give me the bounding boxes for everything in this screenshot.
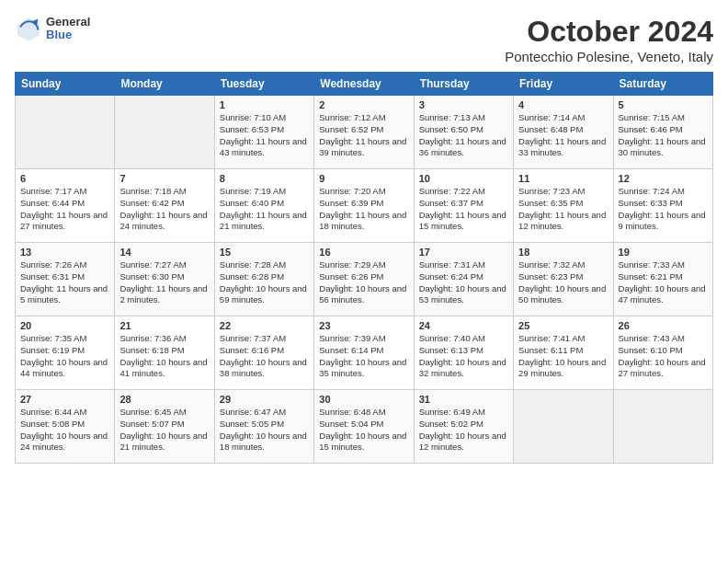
page-header: General Blue October 2024 Pontecchio Pol… bbox=[15, 15, 713, 64]
day-number: 15 bbox=[220, 247, 309, 258]
day-number: 7 bbox=[119, 173, 209, 184]
header-day-monday: Monday bbox=[115, 73, 214, 96]
day-info: Sunrise: 6:45 AM Sunset: 5:07 PM Dayligh… bbox=[119, 407, 209, 454]
logo-blue: Blue bbox=[46, 29, 90, 41]
day-number: 21 bbox=[119, 320, 209, 331]
day-number: 4 bbox=[518, 99, 608, 110]
month-title: October 2024 bbox=[505, 15, 713, 49]
day-info: Sunrise: 7:24 AM Sunset: 6:33 PM Dayligh… bbox=[619, 186, 708, 233]
day-number: 1 bbox=[220, 99, 309, 110]
day-number: 19 bbox=[619, 247, 708, 258]
day-cell: 23Sunrise: 7:39 AM Sunset: 6:14 PM Dayli… bbox=[314, 316, 414, 390]
day-number: 5 bbox=[619, 99, 708, 110]
day-number: 6 bbox=[20, 173, 109, 184]
day-number: 3 bbox=[419, 99, 508, 110]
day-cell: 18Sunrise: 7:32 AM Sunset: 6:23 PM Dayli… bbox=[514, 243, 613, 316]
day-cell: 29Sunrise: 6:47 AM Sunset: 5:05 PM Dayli… bbox=[214, 390, 313, 464]
header-day-wednesday: Wednesday bbox=[314, 73, 414, 96]
day-cell: 21Sunrise: 7:36 AM Sunset: 6:18 PM Dayli… bbox=[115, 316, 214, 390]
day-number: 8 bbox=[220, 173, 309, 184]
day-cell: 17Sunrise: 7:31 AM Sunset: 6:24 PM Dayli… bbox=[414, 243, 513, 316]
day-info: Sunrise: 7:14 AM Sunset: 6:48 PM Dayligh… bbox=[518, 112, 608, 159]
day-cell: 26Sunrise: 7:43 AM Sunset: 6:10 PM Dayli… bbox=[613, 316, 712, 390]
day-info: Sunrise: 6:48 AM Sunset: 5:04 PM Dayligh… bbox=[319, 407, 408, 454]
day-cell: 7Sunrise: 7:18 AM Sunset: 6:42 PM Daylig… bbox=[115, 169, 214, 243]
day-cell: 4Sunrise: 7:14 AM Sunset: 6:48 PM Daylig… bbox=[514, 96, 613, 169]
day-number: 17 bbox=[419, 247, 508, 258]
day-cell bbox=[613, 390, 712, 464]
day-info: Sunrise: 6:49 AM Sunset: 5:02 PM Dayligh… bbox=[419, 407, 508, 454]
day-number: 2 bbox=[319, 99, 408, 110]
day-cell: 6Sunrise: 7:17 AM Sunset: 6:44 PM Daylig… bbox=[16, 169, 115, 243]
day-cell: 11Sunrise: 7:23 AM Sunset: 6:35 PM Dayli… bbox=[514, 169, 613, 243]
day-cell: 1Sunrise: 7:10 AM Sunset: 6:53 PM Daylig… bbox=[214, 96, 313, 169]
day-info: Sunrise: 7:17 AM Sunset: 6:44 PM Dayligh… bbox=[20, 186, 109, 233]
day-number: 26 bbox=[619, 320, 708, 331]
day-cell: 20Sunrise: 7:35 AM Sunset: 6:19 PM Dayli… bbox=[16, 316, 115, 390]
day-number: 18 bbox=[518, 247, 608, 258]
day-number: 28 bbox=[119, 394, 209, 405]
day-cell: 3Sunrise: 7:13 AM Sunset: 6:50 PM Daylig… bbox=[414, 96, 513, 169]
day-cell: 14Sunrise: 7:27 AM Sunset: 6:30 PM Dayli… bbox=[115, 243, 214, 316]
day-info: Sunrise: 6:44 AM Sunset: 5:08 PM Dayligh… bbox=[20, 407, 109, 454]
day-cell: 28Sunrise: 6:45 AM Sunset: 5:07 PM Dayli… bbox=[115, 390, 214, 464]
day-number: 9 bbox=[319, 173, 408, 184]
day-cell: 15Sunrise: 7:28 AM Sunset: 6:28 PM Dayli… bbox=[214, 243, 313, 316]
day-info: Sunrise: 7:23 AM Sunset: 6:35 PM Dayligh… bbox=[518, 186, 608, 233]
day-info: Sunrise: 6:47 AM Sunset: 5:05 PM Dayligh… bbox=[220, 407, 309, 454]
day-cell: 22Sunrise: 7:37 AM Sunset: 6:16 PM Dayli… bbox=[214, 316, 313, 390]
day-number: 23 bbox=[319, 320, 408, 331]
day-cell bbox=[16, 96, 115, 169]
day-info: Sunrise: 7:22 AM Sunset: 6:37 PM Dayligh… bbox=[419, 186, 508, 233]
day-cell: 13Sunrise: 7:26 AM Sunset: 6:31 PM Dayli… bbox=[16, 243, 115, 316]
day-info: Sunrise: 7:20 AM Sunset: 6:39 PM Dayligh… bbox=[319, 186, 408, 233]
header-day-thursday: Thursday bbox=[414, 73, 513, 96]
day-cell bbox=[115, 96, 214, 169]
day-info: Sunrise: 7:35 AM Sunset: 6:19 PM Dayligh… bbox=[20, 333, 109, 380]
day-number: 16 bbox=[319, 247, 408, 258]
day-info: Sunrise: 7:28 AM Sunset: 6:28 PM Dayligh… bbox=[220, 259, 309, 306]
day-info: Sunrise: 7:40 AM Sunset: 6:13 PM Dayligh… bbox=[419, 333, 508, 380]
day-number: 31 bbox=[419, 394, 508, 405]
day-info: Sunrise: 7:15 AM Sunset: 6:46 PM Dayligh… bbox=[619, 112, 708, 159]
header-day-sunday: Sunday bbox=[16, 73, 115, 96]
week-row-5: 27Sunrise: 6:44 AM Sunset: 5:08 PM Dayli… bbox=[16, 390, 713, 464]
day-cell: 5Sunrise: 7:15 AM Sunset: 6:46 PM Daylig… bbox=[613, 96, 712, 169]
day-info: Sunrise: 7:37 AM Sunset: 6:16 PM Dayligh… bbox=[220, 333, 309, 380]
day-number: 30 bbox=[319, 394, 408, 405]
title-block: October 2024 Pontecchio Polesine, Veneto… bbox=[505, 15, 713, 64]
calendar-header: SundayMondayTuesdayWednesdayThursdayFrid… bbox=[16, 73, 713, 96]
day-info: Sunrise: 7:27 AM Sunset: 6:30 PM Dayligh… bbox=[119, 259, 209, 306]
logo-icon bbox=[15, 15, 42, 42]
day-number: 22 bbox=[220, 320, 309, 331]
week-row-1: 1Sunrise: 7:10 AM Sunset: 6:53 PM Daylig… bbox=[16, 96, 713, 169]
day-info: Sunrise: 7:33 AM Sunset: 6:21 PM Dayligh… bbox=[619, 259, 708, 306]
calendar-body: 1Sunrise: 7:10 AM Sunset: 6:53 PM Daylig… bbox=[16, 96, 713, 464]
day-info: Sunrise: 7:43 AM Sunset: 6:10 PM Dayligh… bbox=[619, 333, 708, 380]
day-cell: 19Sunrise: 7:33 AM Sunset: 6:21 PM Dayli… bbox=[613, 243, 712, 316]
week-row-4: 20Sunrise: 7:35 AM Sunset: 6:19 PM Dayli… bbox=[16, 316, 713, 390]
day-info: Sunrise: 7:12 AM Sunset: 6:52 PM Dayligh… bbox=[319, 112, 408, 159]
day-info: Sunrise: 7:39 AM Sunset: 6:14 PM Dayligh… bbox=[319, 333, 408, 380]
logo: General Blue bbox=[15, 15, 90, 42]
day-cell: 9Sunrise: 7:20 AM Sunset: 6:39 PM Daylig… bbox=[314, 169, 414, 243]
day-info: Sunrise: 7:29 AM Sunset: 6:26 PM Dayligh… bbox=[319, 259, 408, 306]
day-cell: 25Sunrise: 7:41 AM Sunset: 6:11 PM Dayli… bbox=[514, 316, 613, 390]
header-day-tuesday: Tuesday bbox=[214, 73, 313, 96]
day-info: Sunrise: 7:26 AM Sunset: 6:31 PM Dayligh… bbox=[20, 259, 109, 306]
day-info: Sunrise: 7:13 AM Sunset: 6:50 PM Dayligh… bbox=[419, 112, 508, 159]
header-day-friday: Friday bbox=[514, 73, 613, 96]
day-info: Sunrise: 7:41 AM Sunset: 6:11 PM Dayligh… bbox=[518, 333, 608, 380]
day-cell: 24Sunrise: 7:40 AM Sunset: 6:13 PM Dayli… bbox=[414, 316, 513, 390]
day-cell: 10Sunrise: 7:22 AM Sunset: 6:37 PM Dayli… bbox=[414, 169, 513, 243]
day-number: 12 bbox=[619, 173, 708, 184]
week-row-3: 13Sunrise: 7:26 AM Sunset: 6:31 PM Dayli… bbox=[16, 243, 713, 316]
header-day-saturday: Saturday bbox=[613, 73, 712, 96]
header-row: SundayMondayTuesdayWednesdayThursdayFrid… bbox=[16, 73, 713, 96]
day-number: 20 bbox=[20, 320, 109, 331]
day-cell: 31Sunrise: 6:49 AM Sunset: 5:02 PM Dayli… bbox=[414, 390, 513, 464]
day-cell: 27Sunrise: 6:44 AM Sunset: 5:08 PM Dayli… bbox=[16, 390, 115, 464]
day-cell bbox=[514, 390, 613, 464]
location-subtitle: Pontecchio Polesine, Veneto, Italy bbox=[505, 49, 713, 64]
day-number: 29 bbox=[220, 394, 309, 405]
